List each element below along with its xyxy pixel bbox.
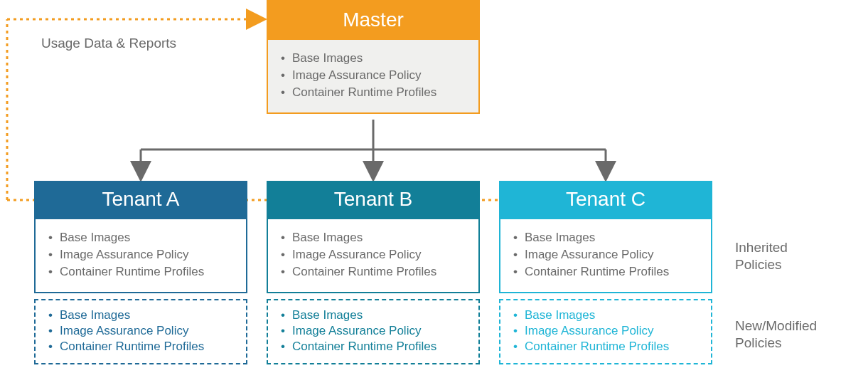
- tenant-c-header: Tenant C: [499, 181, 712, 219]
- master-item: Base Images: [281, 50, 466, 67]
- diagram-root: Usage Data & Reports Master Base Images …: [0, 0, 868, 373]
- tenant-item: Container Runtime Profiles: [513, 339, 698, 354]
- tenant-b-box: Tenant B Base Images Image Assurance Pol…: [267, 181, 480, 364]
- tenant-item: Image Assurance Policy: [281, 323, 466, 339]
- master-box: Master Base Images Image Assurance Polic…: [267, 0, 480, 114]
- tenant-item: Image Assurance Policy: [48, 323, 233, 339]
- usage-data-label: Usage Data & Reports: [41, 36, 176, 51]
- master-item: Container Runtime Profiles: [281, 84, 466, 101]
- tenant-c-box: Tenant C Base Images Image Assurance Pol…: [499, 181, 712, 364]
- tenant-item: Container Runtime Profiles: [281, 339, 466, 354]
- master-body: Base Images Image Assurance Policy Conta…: [268, 40, 478, 112]
- tenant-c-new: Base Images Image Assurance Policy Conta…: [499, 299, 712, 364]
- tenant-item: Container Runtime Profiles: [48, 263, 233, 280]
- inherited-policies-label: InheritedPolicies: [735, 239, 788, 273]
- new-modified-policies-label: New/ModifiedPolicies: [735, 317, 817, 352]
- tenant-c-inherited: Base Images Image Assurance Policy Conta…: [499, 219, 712, 293]
- tenant-a-box: Tenant A Base Images Image Assurance Pol…: [34, 181, 247, 364]
- tenant-item: Base Images: [281, 308, 466, 323]
- tenant-item: Base Images: [48, 308, 233, 323]
- tenant-item: Container Runtime Profiles: [48, 339, 233, 354]
- tenant-item: Base Images: [48, 229, 233, 246]
- master-header: Master: [268, 1, 478, 40]
- tenant-item: Image Assurance Policy: [513, 246, 698, 263]
- tenant-a-new: Base Images Image Assurance Policy Conta…: [34, 299, 247, 364]
- tenant-item: Base Images: [281, 229, 466, 246]
- tenant-item: Base Images: [513, 229, 698, 246]
- tenant-item: Image Assurance Policy: [513, 323, 698, 339]
- tenant-item: Container Runtime Profiles: [513, 263, 698, 280]
- tenant-item: Base Images: [513, 308, 698, 323]
- tenant-b-new: Base Images Image Assurance Policy Conta…: [267, 299, 480, 364]
- master-item: Image Assurance Policy: [281, 67, 466, 84]
- tenant-a-inherited: Base Images Image Assurance Policy Conta…: [34, 219, 247, 293]
- tenant-item: Image Assurance Policy: [281, 246, 466, 263]
- tenant-b-inherited: Base Images Image Assurance Policy Conta…: [267, 219, 480, 293]
- tenant-b-header: Tenant B: [267, 181, 480, 219]
- tenant-a-header: Tenant A: [34, 181, 247, 219]
- master-items: Base Images Image Assurance Policy Conta…: [281, 50, 466, 101]
- tenant-item: Image Assurance Policy: [48, 246, 233, 263]
- tenant-item: Container Runtime Profiles: [281, 263, 466, 280]
